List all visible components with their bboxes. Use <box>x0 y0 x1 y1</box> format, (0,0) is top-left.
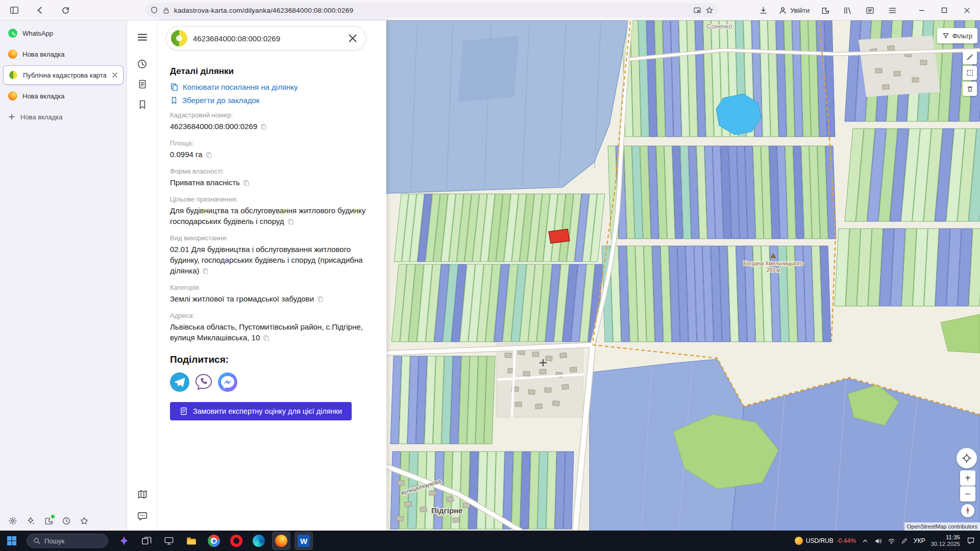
field-category: Категорія: Землі житлової та громадської… <box>170 284 374 305</box>
share-viber-button[interactable] <box>194 372 213 392</box>
edge-icon <box>253 535 265 547</box>
file-explorer-button[interactable] <box>183 532 200 549</box>
tab-whatsapp[interactable]: WhatsApp <box>3 23 124 43</box>
order-appraisal-button[interactable]: Замовити експертну оцінку для цієї ділян… <box>170 402 352 420</box>
extensions-button[interactable] <box>818 3 832 17</box>
field-value: Приватна власність <box>170 178 240 187</box>
details-title: Деталі ділянки <box>170 66 374 77</box>
clock[interactable]: 11:35 30.12.2025 <box>930 534 960 547</box>
copy-icon[interactable] <box>287 217 294 228</box>
word-button[interactable]: W <box>295 532 312 549</box>
app-menu-button[interactable] <box>885 3 899 17</box>
document-icon <box>137 79 148 89</box>
picture-in-picture-icon[interactable] <box>693 6 701 14</box>
feedback-chat-button[interactable] <box>135 508 150 523</box>
compass-button[interactable] <box>961 504 974 517</box>
settings-button[interactable] <box>7 515 18 527</box>
lock-icon[interactable] <box>162 7 170 14</box>
measure-distance-button[interactable] <box>963 50 977 64</box>
zoom-in-button[interactable]: + <box>960 470 975 486</box>
zoom-out-button[interactable]: − <box>960 486 975 502</box>
history-button[interactable] <box>61 515 72 527</box>
copy-icon[interactable] <box>260 122 267 133</box>
currency-widget[interactable]: USD/RUB -0.44% <box>795 537 856 545</box>
field-value: 02.01 Для будівництва і обслуговування ж… <box>170 245 363 275</box>
back-button[interactable] <box>33 3 47 17</box>
firefox-button[interactable] <box>273 532 290 549</box>
list-panel-icon <box>866 6 874 15</box>
language-indicator[interactable]: УКР <box>914 537 925 544</box>
taskbar-search[interactable]: Пошук <box>27 534 108 548</box>
history-panel-button[interactable] <box>135 56 150 71</box>
copy-icon[interactable] <box>317 294 324 305</box>
bookmarks-panel-button[interactable] <box>135 97 150 112</box>
clear-measurements-button[interactable] <box>963 82 977 96</box>
opera-button[interactable] <box>228 532 245 549</box>
library-button[interactable] <box>840 3 854 17</box>
pinned-app-button[interactable] <box>160 532 178 549</box>
network-icon[interactable] <box>888 537 895 545</box>
app-menu-button[interactable] <box>135 30 150 45</box>
selected-parcel[interactable] <box>549 229 570 243</box>
ai-sparkle-button[interactable] <box>25 515 36 527</box>
field-cadastral-number: Кадастровий номер: 4623684000:08:000:026… <box>170 111 374 133</box>
hamburger-icon <box>137 32 148 43</box>
save-to-bookmarks-link[interactable]: Зберегти до закладок <box>170 96 374 105</box>
url-text[interactable]: kadastrova-karta.com/dilyanka/4623684000… <box>174 7 689 14</box>
reload-button[interactable] <box>58 3 72 17</box>
share-telegram-button[interactable] <box>170 372 189 392</box>
bookmarks-button[interactable] <box>79 515 90 527</box>
monitor-app-icon <box>164 536 174 546</box>
copy-icon[interactable] <box>202 266 209 277</box>
sidebar-toggle-button[interactable] <box>7 3 21 17</box>
copy-icon[interactable] <box>206 150 212 161</box>
map-attribution[interactable]: OpenStreetMap contributors <box>904 522 980 531</box>
copilot-button[interactable] <box>115 532 133 549</box>
volume-icon[interactable] <box>874 537 882 545</box>
pen-icon[interactable] <box>901 537 908 544</box>
copy-parcel-link[interactable]: Копіювати посилання на ділянку <box>170 83 374 91</box>
tab-label: Нова вкладка <box>22 92 118 100</box>
account-signin-button[interactable]: Увійти <box>778 6 810 15</box>
filter-button[interactable]: Фільтр <box>937 28 977 43</box>
chrome-button[interactable] <box>205 532 223 549</box>
tab-new-1[interactable]: Нова вкладка <box>3 44 124 64</box>
sidebar-icon <box>10 6 19 15</box>
copy-icon[interactable] <box>263 333 270 344</box>
close-button[interactable] <box>955 0 978 20</box>
share-messenger-button[interactable] <box>218 372 237 392</box>
bookmark-star-icon[interactable] <box>705 6 714 14</box>
copy-icon[interactable] <box>243 178 250 189</box>
map-canvas[interactable]: Сонечко Богдана Хмельницького 269 м Підг… <box>386 20 980 531</box>
clear-search-icon[interactable] <box>348 34 357 43</box>
downloads-button[interactable] <box>756 3 770 17</box>
extensions-sidebar-button[interactable] <box>43 515 54 527</box>
tray-expand-icon[interactable] <box>862 537 869 544</box>
documents-panel-button[interactable] <box>135 77 150 92</box>
folder-icon <box>186 535 197 546</box>
panel-list-button[interactable] <box>863 3 877 17</box>
gear-icon <box>8 516 17 525</box>
field-label: Форма власності: <box>170 167 374 175</box>
maximize-button[interactable] <box>933 0 955 20</box>
field-area: Площа: 0.0994 га <box>170 139 374 161</box>
task-view-button[interactable] <box>138 532 155 549</box>
address-bar[interactable]: kadastrova-karta.com/dilyanka/4623684000… <box>145 3 719 17</box>
search-input[interactable] <box>193 34 343 43</box>
shield-icon[interactable] <box>150 6 158 14</box>
cadastral-search-bar[interactable] <box>166 26 366 51</box>
locate-me-button[interactable] <box>957 448 977 468</box>
tab-close-icon[interactable] <box>112 72 118 78</box>
close-icon <box>964 7 970 14</box>
tab-kadastrova-karta[interactable]: Публічна кадастрова карта Ук <box>3 65 124 85</box>
tab-new-2[interactable]: Нова вкладка <box>3 86 124 106</box>
minimize-button[interactable] <box>911 0 933 20</box>
new-tab-button[interactable]: Нова вкладка <box>3 107 124 127</box>
edge-button[interactable] <box>250 532 267 549</box>
cta-label: Замовити експертну оцінку для цієї ділян… <box>193 407 342 415</box>
action-center-icon[interactable] <box>967 537 975 545</box>
measure-area-button[interactable] <box>963 66 977 80</box>
map-layers-button[interactable] <box>135 487 150 502</box>
start-button[interactable] <box>3 532 20 549</box>
select-area-icon <box>966 69 974 77</box>
